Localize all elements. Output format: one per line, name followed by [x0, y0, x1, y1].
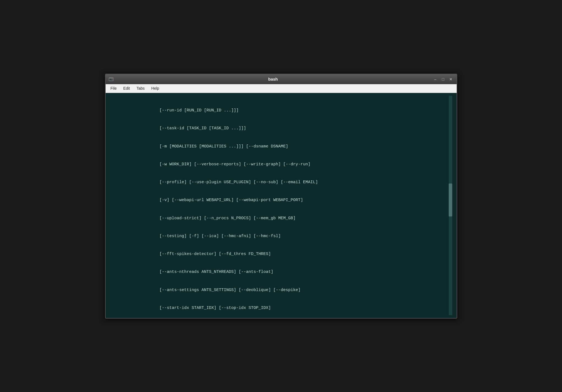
terminal-line: [--upload-strict] [--n_procs N_PROCS] [-…	[110, 215, 448, 221]
terminal-line: [-v] [--webapi-url WEBAPI_URL] [--webapi…	[110, 197, 448, 203]
terminal-line: [--testing] [-f] [--ica] [--hmc-afni] [-…	[110, 233, 448, 239]
terminal-line: [--ants-nthreads ANTS_NTHREADS] [--ants-…	[110, 269, 448, 275]
terminal-line: [-m [MODALITIES [MODALITIES ...]]] [--ds…	[110, 144, 448, 150]
terminal-line: [--fft-spikes-detector] [--fd_thres FD_T…	[110, 251, 448, 257]
scrollbar[interactable]	[448, 96, 452, 315]
terminal-line: [--ants-settings ANTS_SETTINGS] [--deobl…	[110, 287, 448, 293]
maximize-button[interactable]: □	[440, 76, 446, 82]
terminal-line: [--task-id [TASK_ID [TASK_ID ...]]]	[110, 125, 448, 131]
terminal-line: [--profile] [--use-plugin USE_PLUGIN] [-…	[110, 179, 448, 185]
terminal-line: [--run-id [RUN_ID [RUN_ID ...]]]	[110, 108, 448, 114]
terminal-line: [--start-idx START_IDX] [--stop-idx STOP…	[110, 305, 448, 311]
menu-bar: File Edit Tabs Help	[106, 84, 457, 93]
svg-rect-2	[109, 79, 111, 80]
menu-file[interactable]: File	[108, 85, 120, 92]
window-controls: – □ ✕	[432, 76, 454, 82]
menu-help[interactable]: Help	[149, 85, 162, 92]
minimize-button[interactable]: –	[432, 76, 438, 82]
title-bar: bash – □ ✕	[106, 74, 457, 84]
terminal-output: [--run-id [RUN_ID [RUN_ID ...]]] [--task…	[110, 96, 448, 315]
terminal-window: bash – □ ✕ File Edit Tabs Help [--run-id…	[105, 74, 457, 319]
scrollbar-thumb[interactable]	[449, 183, 452, 216]
menu-tabs[interactable]: Tabs	[134, 85, 147, 92]
menu-edit[interactable]: Edit	[120, 85, 133, 92]
close-button[interactable]: ✕	[448, 76, 454, 82]
window-icon	[108, 76, 114, 82]
terminal-line: [-w WORK_DIR] [--verbose-reports] [--wri…	[110, 161, 448, 168]
terminal-area[interactable]: [--run-id [RUN_ID [RUN_ID ...]]] [--task…	[106, 93, 457, 318]
svg-rect-1	[109, 78, 113, 78]
svg-rect-3	[109, 80, 112, 80]
window-title: bash	[114, 77, 432, 81]
